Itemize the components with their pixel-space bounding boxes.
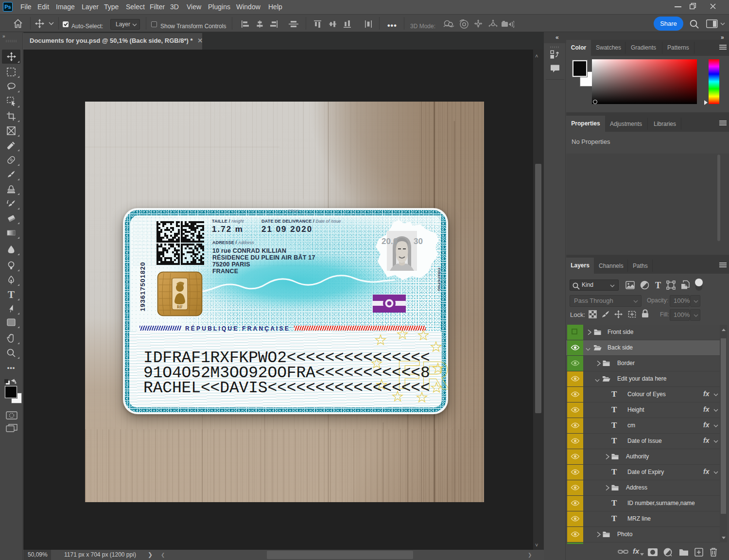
svg-text:30: 30: [414, 237, 423, 246]
svg-text:RF: RF: [177, 304, 183, 309]
svg-text:20.0: 20.0: [382, 237, 398, 246]
